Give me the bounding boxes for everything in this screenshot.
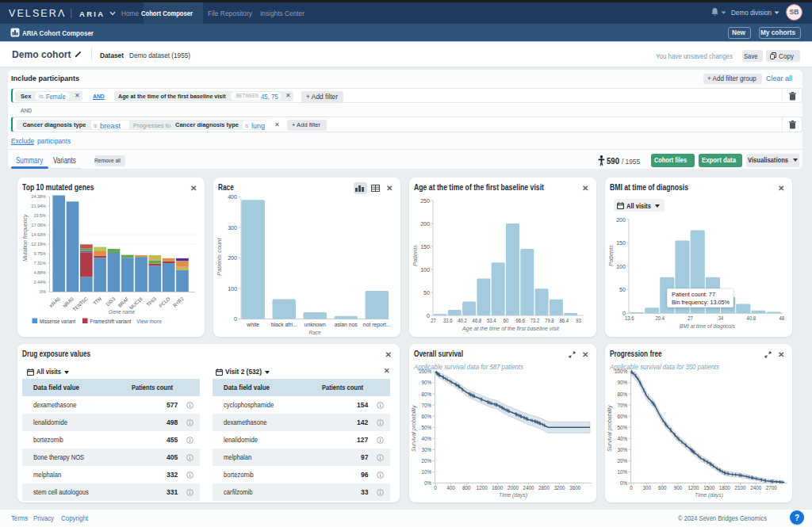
- svg-text:80%: 80%: [421, 391, 431, 396]
- svg-text:40.2: 40.2: [458, 317, 467, 323]
- svg-text:20%: 20%: [421, 457, 431, 463]
- svg-text:24.38%: 24.38%: [31, 194, 46, 199]
- svg-text:70%: 70%: [617, 402, 627, 407]
- svg-text:0%: 0%: [40, 289, 46, 294]
- svg-text:100: 100: [420, 266, 430, 273]
- svg-text:50%: 50%: [617, 424, 627, 430]
- svg-text:Survival probability: Survival probability: [607, 405, 613, 452]
- svg-text:90%: 90%: [617, 380, 627, 385]
- svg-text:200: 200: [420, 220, 430, 227]
- svg-text:0: 0: [630, 484, 633, 490]
- svg-text:19.5%: 19.5%: [33, 213, 46, 218]
- svg-text:10%: 10%: [421, 469, 431, 475]
- svg-text:79.8: 79.8: [545, 317, 554, 323]
- svg-text:2400: 2400: [750, 484, 761, 490]
- svg-text:100: 100: [616, 263, 626, 270]
- svg-text:100%: 100%: [615, 369, 627, 374]
- svg-text:1800: 1800: [719, 484, 730, 490]
- svg-text:600: 600: [658, 484, 667, 490]
- svg-text:KRAS: KRAS: [48, 296, 61, 308]
- svg-text:30%: 30%: [421, 446, 431, 452]
- svg-text:400: 400: [228, 193, 237, 200]
- svg-text:10%: 10%: [617, 469, 627, 475]
- svg-text:BMI at time of diagnosis: BMI at time of diagnosis: [680, 323, 735, 330]
- svg-text:17.06%: 17.06%: [31, 223, 46, 227]
- svg-text:2700: 2700: [766, 484, 777, 490]
- svg-text:60: 60: [504, 317, 509, 323]
- svg-text:RYR2: RYR2: [172, 296, 185, 308]
- svg-text:1200: 1200: [477, 484, 488, 490]
- svg-text:900: 900: [674, 484, 683, 490]
- svg-text:Patients count: Patients count: [216, 238, 223, 276]
- svg-text:66.6: 66.6: [516, 317, 526, 323]
- svg-text:70%: 70%: [421, 402, 431, 407]
- svg-text:150: 150: [616, 239, 626, 246]
- svg-text:93: 93: [576, 317, 581, 323]
- svg-text:40.8: 40.8: [747, 315, 756, 322]
- svg-text:50%: 50%: [421, 424, 431, 430]
- svg-text:48: 48: [779, 315, 784, 322]
- svg-text:Gene name: Gene name: [109, 309, 135, 315]
- svg-text:3200: 3200: [554, 484, 565, 490]
- svg-text:2800: 2800: [538, 484, 550, 490]
- svg-text:1500: 1500: [703, 484, 714, 490]
- svg-text:Time (days): Time (days): [499, 491, 527, 498]
- svg-text:46.8: 46.8: [473, 317, 482, 323]
- svg-text:2100: 2100: [735, 484, 746, 490]
- svg-text:0%: 0%: [424, 480, 431, 486]
- svg-text:14.63%: 14.63%: [31, 232, 46, 237]
- svg-text:0: 0: [427, 312, 430, 319]
- svg-text:50: 50: [423, 289, 430, 296]
- svg-text:200: 200: [616, 216, 626, 223]
- svg-text:250: 250: [420, 197, 430, 204]
- svg-text:3600: 3600: [569, 484, 580, 490]
- svg-text:Time (days): Time (days): [695, 491, 723, 498]
- svg-text:Frameshift variant: Frameshift variant: [90, 317, 132, 325]
- svg-text:53.4: 53.4: [487, 317, 496, 323]
- svg-text:TENT5C: TENT5C: [72, 296, 89, 312]
- svg-text:Mutation frequency: Mutation frequency: [22, 214, 29, 262]
- svg-text:400: 400: [446, 484, 455, 490]
- svg-text:white: white: [246, 320, 259, 328]
- svg-text:800: 800: [462, 484, 471, 490]
- svg-text:33.6: 33.6: [443, 317, 453, 323]
- svg-text:Patients: Patients: [412, 245, 419, 266]
- svg-text:20.4: 20.4: [655, 315, 665, 322]
- svg-text:TTN: TTN: [92, 296, 102, 306]
- svg-text:4.88%: 4.88%: [33, 270, 46, 275]
- svg-text:black afri...: black afri...: [271, 320, 297, 328]
- svg-text:40%: 40%: [421, 435, 431, 441]
- svg-text:2000: 2000: [508, 484, 519, 490]
- svg-text:TP63: TP63: [146, 296, 158, 307]
- svg-text:View more: View more: [136, 317, 162, 325]
- svg-text:27: 27: [688, 315, 693, 322]
- svg-text:Survival probability: Survival probability: [411, 405, 417, 452]
- svg-text:Missense variant: Missense variant: [40, 318, 75, 324]
- svg-text:DIS3: DIS3: [105, 296, 117, 307]
- svg-text:not report...: not report...: [363, 320, 391, 328]
- svg-text:80%: 80%: [617, 391, 627, 396]
- svg-text:2.44%: 2.44%: [33, 280, 46, 285]
- svg-text:asian nos: asian nos: [335, 320, 358, 328]
- svg-text:100: 100: [228, 285, 237, 292]
- svg-text:Age at the time of the first b: Age at the time of the first baseline vi…: [462, 324, 560, 331]
- svg-text:7.31%: 7.31%: [33, 261, 46, 265]
- svg-text:60%: 60%: [421, 413, 431, 418]
- svg-text:13.6: 13.6: [625, 315, 634, 322]
- svg-text:300: 300: [228, 224, 237, 231]
- svg-text:50: 50: [619, 286, 626, 293]
- svg-text:9.75%: 9.75%: [33, 251, 46, 256]
- svg-text:200: 200: [228, 254, 237, 262]
- svg-text:Race: Race: [309, 329, 321, 335]
- svg-text:20%: 20%: [617, 457, 627, 463]
- svg-text:0: 0: [434, 484, 437, 490]
- svg-text:0%: 0%: [620, 480, 627, 486]
- svg-text:150: 150: [420, 243, 430, 250]
- svg-text:27: 27: [431, 317, 436, 323]
- svg-text:Patients: Patients: [607, 245, 615, 266]
- svg-text:34: 34: [718, 315, 724, 322]
- svg-text:90%: 90%: [421, 380, 431, 385]
- svg-text:100%: 100%: [419, 369, 431, 374]
- svg-text:73.2: 73.2: [530, 317, 540, 323]
- svg-text:0: 0: [234, 315, 237, 323]
